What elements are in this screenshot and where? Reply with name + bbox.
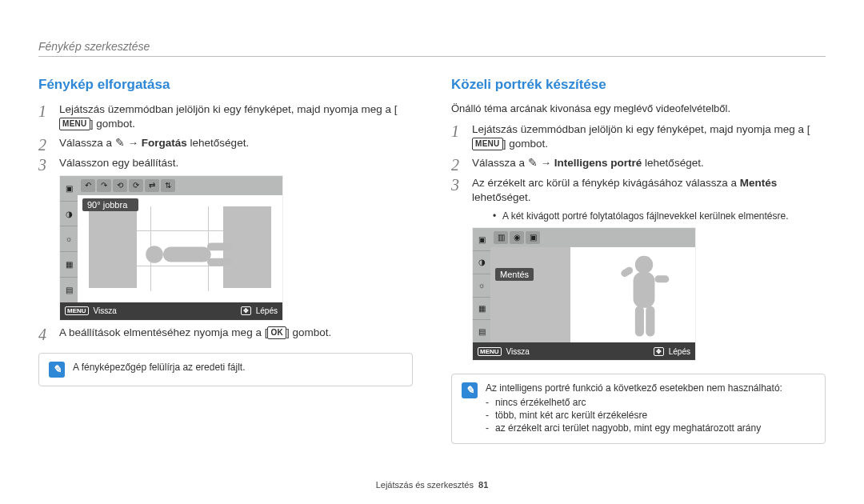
nav-key-icon: ✥ — [241, 306, 251, 315]
step-4: A beállítások elmentéséhez nyomja meg a … — [38, 326, 413, 340]
svg-rect-2 — [207, 242, 232, 250]
step-1: Lejátszás üzemmódban jelöljön ki egy fén… — [38, 102, 413, 131]
side-icon: ☼ — [473, 274, 490, 298]
rotate-left-icon: ⟲ — [113, 179, 127, 192]
svg-rect-6 — [620, 266, 634, 278]
right-column: Közeli portrék készítése Önálló téma arc… — [451, 70, 826, 444]
lcd-toolbar: ▥ ◉ ▣ — [490, 228, 695, 247]
save-option[interactable]: Mentés — [495, 268, 534, 281]
note-item: több, mint két arc került érzékelésre — [486, 410, 782, 421]
step-1: Lejátszás üzemmódban jelöljön ki egy fén… — [451, 122, 826, 151]
side-icon: ▣ — [60, 176, 78, 202]
toolbar-icon: ◉ — [510, 231, 524, 244]
rotate-right-icon: ⟳ — [129, 179, 143, 192]
step-3: Az érzékelt arc körül a fénykép kivágásá… — [451, 176, 826, 223]
move-label: Lépés — [256, 306, 278, 315]
page-footer: Lejátszás és szerkesztés 81 — [0, 480, 864, 490]
side-icon: ▦ — [60, 252, 78, 278]
left-column: Fénykép elforgatása Lejátszás üzemmódban… — [38, 70, 413, 444]
step-2: Válassza a ✎ → Intelligens portré lehető… — [451, 156, 826, 170]
redo-icon: ↷ — [97, 179, 111, 192]
side-icon: ◑ — [60, 202, 78, 227]
side-icon: ▦ — [473, 298, 490, 321]
edit-icon: ✎ — [528, 157, 538, 169]
page: Fénykép szerkesztése Fénykép elforgatása… — [0, 0, 864, 504]
columns: Fénykép elforgatása Lejátszás üzemmódban… — [38, 70, 826, 444]
edit-icon: ✎ — [115, 137, 125, 149]
menu-key-icon: MENU — [478, 347, 502, 356]
svg-rect-9 — [646, 306, 654, 337]
side-icon: ▣ — [473, 228, 490, 251]
camera-preview-rotate: ▣ ◑ ☼ ▦ ▤ ↶ ↷ ⟲ ⟳ ⇄ ⇅ — [59, 175, 283, 321]
section-intro: Önálló téma arcának kivonása egy meglévő… — [451, 102, 826, 114]
back-label: Vissza — [94, 306, 117, 315]
section-heading: Fénykép elforgatása — [38, 77, 413, 93]
breadcrumb: Fénykép szerkesztése — [38, 40, 826, 57]
note-box: ✎ A fényképezőgép felülírja az eredeti f… — [38, 353, 413, 386]
undo-icon: ↶ — [81, 179, 95, 192]
note-box: ✎ Az intelligens portré funkció a követk… — [451, 374, 826, 444]
flip-v-icon: ⇅ — [161, 179, 175, 192]
rotate-dropdown[interactable]: 90° jobbra — [82, 198, 138, 211]
svg-rect-8 — [635, 306, 644, 337]
side-icon: ▤ — [60, 278, 78, 302]
side-icon: ▤ — [473, 320, 490, 342]
menu-key-icon: MENU — [65, 306, 89, 315]
svg-rect-1 — [163, 246, 211, 262]
note-icon: ✎ — [462, 382, 478, 398]
svg-rect-5 — [634, 272, 655, 308]
lcd-toolbar: ↶ ↷ ⟲ ⟳ ⇄ ⇅ — [78, 176, 282, 195]
section-heading: Közeli portrék készítése — [451, 77, 826, 93]
move-label: Lépés — [669, 347, 690, 356]
flip-icon: ⇄ — [145, 179, 159, 192]
svg-rect-3 — [207, 258, 232, 266]
side-icon: ◑ — [473, 251, 490, 274]
sub-bullet: A két kivágott portré folytatólagos fájl… — [493, 210, 826, 222]
svg-point-4 — [635, 256, 653, 274]
menu-button-glyph: MENU — [59, 118, 90, 130]
back-label: Vissza — [506, 347, 530, 356]
step-3: Válasszon egy beállítást. — [38, 156, 413, 170]
lcd-sidebar: ▣ ◑ ☼ ▦ ▤ — [473, 228, 490, 342]
camera-preview-portrait: ▣ ◑ ☼ ▦ ▤ ▥ ◉ ▣ — [472, 227, 696, 361]
step-2: Válassza a ✎ → Forgatás lehetőséget. — [38, 136, 413, 150]
svg-rect-7 — [654, 276, 669, 283]
side-icon: ☼ — [60, 226, 78, 252]
nav-key-icon: ✥ — [654, 347, 664, 356]
note-icon: ✎ — [49, 362, 65, 378]
svg-point-0 — [146, 246, 163, 263]
menu-button-glyph: MENU — [472, 138, 503, 150]
note-item: nincs érzékelhető arc — [486, 397, 782, 408]
note-head: Az intelligens portré funkció a következ… — [486, 382, 782, 394]
page-number: 81 — [478, 480, 488, 490]
toolbar-icon: ▥ — [494, 231, 508, 244]
ok-button-glyph: OK — [267, 326, 286, 339]
toolbar-icon: ▣ — [526, 231, 540, 244]
note-item: az érzékelt arci terület nagyobb, mint e… — [486, 422, 782, 434]
lcd-sidebar: ▣ ◑ ☼ ▦ ▤ — [60, 176, 78, 302]
note-text: A fényképezőgép felülírja az eredeti fáj… — [73, 362, 245, 378]
